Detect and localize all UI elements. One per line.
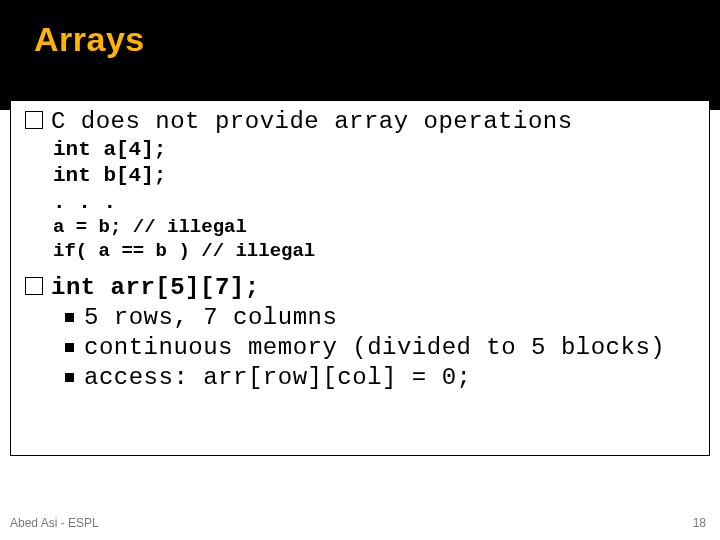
slide-body: C does not provide array operations int … bbox=[10, 100, 710, 456]
bullet-square-icon bbox=[65, 373, 74, 382]
sub-bullet-text: access: arr[row][col] = 0; bbox=[84, 363, 471, 393]
slide-header: Arrays bbox=[0, 0, 720, 110]
sub-bullet-text: 5 rows, 7 columns bbox=[84, 303, 337, 333]
code-line: if( a == b ) // illegal bbox=[25, 240, 701, 264]
code-line: int a[4]; bbox=[25, 137, 701, 163]
code-line: int b[4]; bbox=[25, 163, 701, 189]
block1-lead-text: C does not provide array operations bbox=[51, 107, 573, 137]
block-2d-array: int arr[5][7]; 5 rows, 7 columns continu… bbox=[25, 273, 701, 393]
slide-title: Arrays bbox=[34, 20, 720, 59]
code-line: . . . bbox=[25, 190, 701, 216]
block2-lead-text: int arr[5][7]; bbox=[51, 273, 260, 303]
bullet-square-icon bbox=[65, 313, 74, 322]
footer-page-number: 18 bbox=[693, 516, 706, 530]
bullet-square-icon bbox=[65, 343, 74, 352]
code-line: a = b; // illegal bbox=[25, 216, 701, 240]
footer-author: Abed Asi - ESPL bbox=[10, 516, 99, 530]
bullet-box-icon bbox=[25, 277, 43, 295]
bullet-box-icon bbox=[25, 111, 43, 129]
block-array-operations: C does not provide array operations int … bbox=[25, 107, 701, 263]
sub-bullet-text: continuous memory (divided to 5 blocks) bbox=[84, 333, 665, 363]
